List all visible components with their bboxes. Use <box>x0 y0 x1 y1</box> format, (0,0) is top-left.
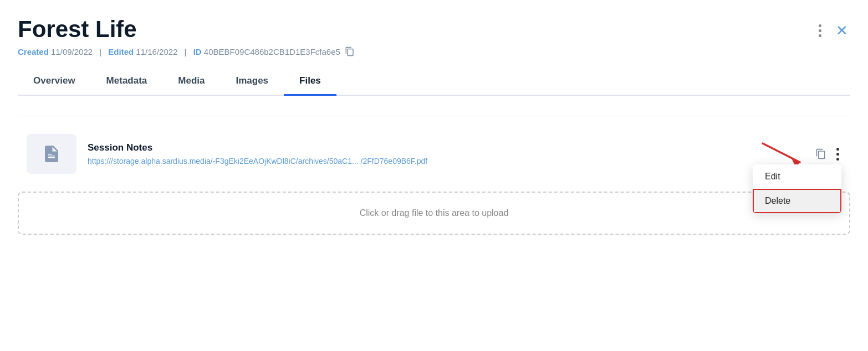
id-label: ID <box>193 47 202 56</box>
delete-menu-item[interactable]: Delete <box>753 189 841 213</box>
content-area: Session Notes https:///storage.alpha.sar… <box>18 96 850 235</box>
tab-overview[interactable]: Overview <box>18 69 91 96</box>
file-icon-box <box>27 134 76 174</box>
edited-label: Edited <box>108 47 134 56</box>
upload-area[interactable]: Click or drag file to this area to uploa… <box>18 192 850 235</box>
meta-row: Created 11/09/2022 | Edited 11/16/2022 |… <box>18 47 850 56</box>
file-document-icon <box>42 144 62 164</box>
upload-text: Click or drag file to this area to uploa… <box>360 208 509 218</box>
page-title: Forest Life <box>18 16 137 43</box>
file-url-link[interactable]: https:///storage.alpha.sardius.media/-F3… <box>88 157 427 166</box>
id-value: 40BEBF09C486b2CB1D1E3Fcfa6e5 <box>202 47 340 56</box>
tab-media[interactable]: Media <box>162 69 220 96</box>
file-menu-button[interactable] <box>834 144 841 164</box>
file-item: Session Notes https:///storage.alpha.sar… <box>18 126 850 182</box>
tab-images[interactable]: Images <box>220 69 284 96</box>
more-options-button[interactable] <box>816 22 824 39</box>
close-button[interactable]: ✕ <box>834 21 850 40</box>
file-actions: Edit Delete <box>815 144 841 164</box>
created-date: 11/09/2022 <box>49 47 93 56</box>
header-actions: ✕ <box>816 16 850 40</box>
copy-file-url-button[interactable] <box>815 148 826 159</box>
divider <box>18 116 850 116</box>
close-icon: ✕ <box>836 23 848 38</box>
three-dots-icon <box>819 24 821 37</box>
file-name: Session Notes <box>88 142 804 153</box>
copy-icon <box>815 148 826 159</box>
dropdown-menu: Edit Delete <box>753 164 841 213</box>
edit-menu-item[interactable]: Edit <box>753 164 841 189</box>
tab-files[interactable]: Files <box>284 69 336 96</box>
header-row: Forest Life ✕ <box>18 16 850 43</box>
file-info: Session Notes https:///storage.alpha.sar… <box>88 142 804 166</box>
page-container: Forest Life ✕ Created 11/09/2022 | Edite… <box>0 0 868 235</box>
edited-date: 11/16/2022 <box>134 47 177 56</box>
copy-id-button[interactable] <box>345 47 355 56</box>
tab-metadata[interactable]: Metadata <box>91 69 163 96</box>
created-label: Created <box>18 47 49 56</box>
tabs-row: Overview Metadata Media Images Files <box>18 69 850 96</box>
